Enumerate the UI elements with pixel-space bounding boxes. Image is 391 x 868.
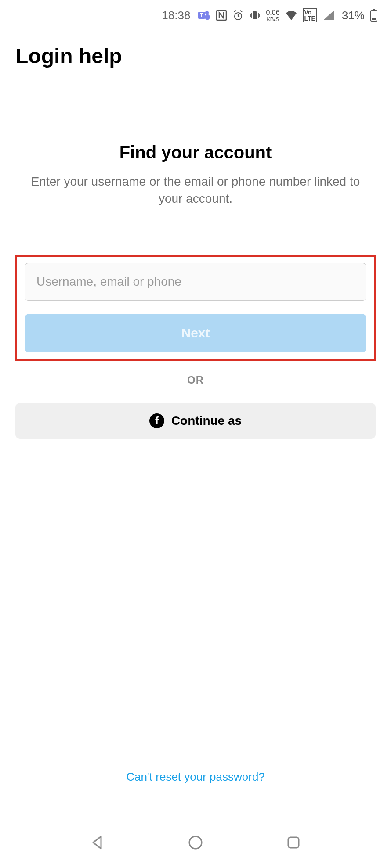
svg-point-10 bbox=[189, 836, 202, 849]
nav-home-button[interactable] bbox=[187, 834, 204, 851]
next-button[interactable]: Next bbox=[25, 314, 366, 352]
facebook-icon: f bbox=[149, 413, 164, 428]
battery-icon bbox=[370, 9, 378, 22]
teams-icon: T bbox=[197, 9, 210, 22]
svg-rect-9 bbox=[372, 18, 376, 20]
svg-rect-11 bbox=[288, 837, 299, 848]
or-label: OR bbox=[187, 374, 204, 386]
page-title: Login help bbox=[0, 31, 391, 72]
svg-rect-6 bbox=[253, 11, 257, 19]
continue-facebook-label: Continue as bbox=[171, 414, 242, 428]
svg-text:T: T bbox=[200, 12, 204, 18]
battery-percent: 31% bbox=[342, 9, 365, 22]
highlight-box: Next bbox=[15, 255, 376, 361]
wifi-icon bbox=[285, 11, 297, 20]
cant-reset-password-link[interactable]: Can't reset your password? bbox=[0, 770, 391, 784]
status-time: 18:38 bbox=[162, 9, 190, 22]
svg-rect-8 bbox=[373, 9, 375, 11]
username-input[interactable] bbox=[25, 263, 366, 301]
main-content: Find your account Enter your username or… bbox=[0, 143, 391, 439]
svg-rect-2 bbox=[205, 14, 210, 20]
divider-line-left bbox=[15, 380, 178, 380]
find-account-subtext: Enter your username or the email or phon… bbox=[15, 173, 376, 207]
nav-back-button[interactable] bbox=[89, 834, 106, 851]
android-nav-bar bbox=[0, 821, 391, 864]
or-divider: OR bbox=[15, 374, 376, 386]
nfc-icon bbox=[216, 10, 227, 21]
volte-icon: VoLTE bbox=[303, 8, 317, 22]
signal-icon bbox=[322, 11, 334, 20]
vibrate-icon bbox=[249, 10, 261, 21]
svg-point-1 bbox=[205, 11, 209, 14]
divider-line-right bbox=[213, 380, 376, 380]
nav-recents-button[interactable] bbox=[285, 834, 302, 851]
status-bar: 18:38 T 0.06 KB/S VoLTE 31% bbox=[0, 0, 391, 31]
alarm-icon bbox=[232, 10, 244, 21]
continue-facebook-button[interactable]: f Continue as bbox=[15, 403, 376, 439]
find-account-heading: Find your account bbox=[15, 143, 376, 162]
data-rate: 0.06 KB/S bbox=[266, 9, 279, 22]
